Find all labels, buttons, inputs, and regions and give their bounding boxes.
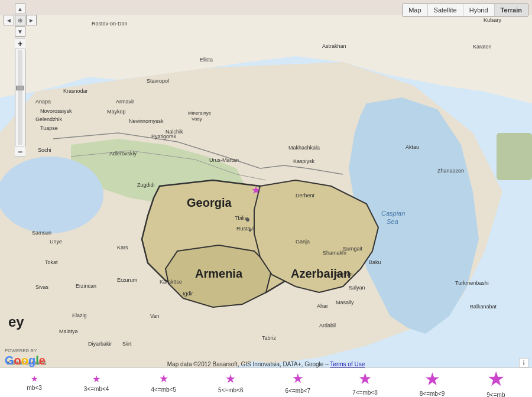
legend-label-7: 9<=mb	[486, 392, 505, 397]
svg-text:Diyarbakir: Diyarbakir	[88, 341, 112, 347]
legend-label-3: 5<=mb<6	[218, 387, 244, 393]
svg-text:Gelendzhik: Gelendzhik	[35, 116, 63, 122]
svg-text:Sivas: Sivas	[35, 284, 49, 290]
svg-text:Elazig: Elazig	[72, 313, 87, 318]
svg-text:Urus-Martan: Urus-Martan	[209, 157, 239, 163]
svg-text:Caspian: Caspian	[381, 210, 405, 217]
svg-text:Astrakhan: Astrakhan	[322, 43, 346, 49]
legend-star-4: ★	[292, 371, 304, 386]
svg-rect-2	[497, 133, 532, 180]
satellite-button[interactable]: Satellite	[428, 4, 463, 16]
legend-label-4: 6<=mb<7	[286, 388, 311, 394]
svg-text:Stavropol: Stavropol	[147, 78, 169, 84]
attribution-icon[interactable]: i	[519, 358, 528, 367]
svg-text:Unye: Unye	[50, 239, 62, 245]
svg-text:Tabriz: Tabriz	[262, 335, 277, 341]
pan-center-button[interactable]: ⊕	[15, 15, 25, 25]
svg-text:Kars: Kars	[117, 245, 128, 250]
svg-text:★: ★	[251, 184, 261, 196]
svg-text:Masally: Masally	[336, 300, 354, 305]
attribution-text: Map data ©2012 Basarsoft, GIS Innovatsia…	[167, 361, 330, 367]
svg-point-67	[246, 218, 249, 222]
svg-text:Karaköse: Karaköse	[160, 279, 182, 285]
legend-item-3: ★ 5<=mb<6	[218, 372, 244, 393]
svg-text:ey: ey	[8, 314, 24, 330]
svg-text:Maykop: Maykop	[107, 109, 126, 115]
legend-star-7: ★	[487, 367, 505, 391]
svg-text:Malatya: Malatya	[59, 328, 78, 334]
legend-item-4: ★ 6<=mb<7	[286, 371, 311, 394]
legend-item-0: ★ mb<3	[27, 374, 42, 391]
svg-text:Derbent: Derbent	[296, 193, 315, 198]
pan-down-button[interactable]: ▼	[15, 26, 25, 37]
legend-item-1: ★ 3<=mb<4	[84, 373, 109, 392]
zoom-thumb[interactable]	[16, 86, 24, 90]
svg-text:Balkanabat: Balkanabat	[470, 304, 497, 310]
svg-text:Zhanaozen: Zhanaozen	[437, 168, 464, 174]
svg-text:Sumgait: Sumgait	[343, 246, 363, 252]
svg-text:Erzurum: Erzurum	[117, 277, 137, 283]
svg-text:Kulsary: Kulsary	[484, 17, 502, 23]
pan-right-button[interactable]: ►	[26, 15, 37, 25]
legend-label-5: 7<=mb<8	[352, 389, 378, 396]
svg-text:Siirt: Siirt	[122, 341, 132, 347]
svg-text:Novorossiysk: Novorossiysk	[40, 108, 72, 114]
svg-text:Armenia: Armenia	[195, 267, 243, 280]
svg-text:Ahar: Ahar	[317, 303, 328, 309]
attribution: Map data ©2012 Basarsoft, GIS Innovatsia…	[167, 361, 365, 367]
svg-point-68	[249, 229, 251, 232]
hybrid-button[interactable]: Hybrid	[463, 4, 495, 16]
svg-text:Adlerovskiy: Adlerovskiy	[109, 151, 137, 157]
svg-text:Igdir: Igdir	[183, 291, 193, 297]
zoom-out-button[interactable]: −	[15, 146, 25, 157]
svg-text:Salyan: Salyan	[349, 285, 365, 291]
svg-text:Sea: Sea	[387, 218, 398, 225]
legend-label-1: 3<=mb<4	[84, 386, 109, 392]
google-logo: POWERED BY Google	[5, 348, 46, 367]
legend-item-2: ★ 4<=mb<5	[151, 372, 176, 393]
pan-left-button[interactable]: ◄	[4, 15, 14, 25]
google-text: Google	[5, 354, 46, 367]
map-background: Rostov-on-Don Krasnodar Anapa Novorossiy…	[0, 0, 532, 397]
legend: ★ mb<3 ★ 3<=mb<4 ★ 4<=mb<5 ★ 5<=mb<6 ★ 6…	[0, 367, 532, 397]
svg-text:Van: Van	[150, 313, 159, 319]
legend-star-1: ★	[92, 373, 100, 385]
svg-text:Azerbaijan: Azerbaijan	[291, 267, 351, 280]
map-button[interactable]: Map	[403, 4, 427, 16]
zoom-controls: ▲ ◄ ⊕ ► ▼ + −	[4, 4, 37, 157]
legend-star-0: ★	[31, 374, 38, 383]
powered-by-text: POWERED BY	[5, 348, 37, 353]
svg-text:Zugdidi: Zugdidi	[137, 182, 155, 188]
svg-text:Nalchik: Nalchik	[166, 129, 183, 135]
map-container: Rostov-on-Don Krasnodar Anapa Novorossiy…	[0, 0, 532, 397]
legend-label-6: 8<=mb<9	[420, 391, 445, 397]
svg-text:Elista: Elista	[200, 57, 213, 63]
terms-of-use-link[interactable]: Terms of Use	[330, 361, 365, 367]
zoom-in-button[interactable]: +	[15, 38, 25, 49]
terrain-button[interactable]: Terrain	[495, 4, 528, 16]
svg-text:Samsun: Samsun	[32, 230, 51, 236]
legend-star-5: ★	[358, 370, 372, 388]
svg-text:Vody: Vody	[192, 116, 202, 122]
svg-text:Ardabil: Ardabil	[319, 323, 336, 328]
svg-text:Karaton: Karaton	[473, 44, 492, 50]
legend-item-5: ★ 7<=mb<8	[352, 370, 378, 396]
legend-label-0: mb<3	[27, 385, 42, 391]
svg-text:Rostov-on-Don: Rostov-on-Don	[92, 21, 128, 27]
legend-label-2: 4<=mb<5	[151, 386, 176, 393]
svg-text:Mineralnye: Mineralnye	[188, 110, 212, 116]
pan-controls: ▲ ◄ ⊕ ► ▼	[4, 4, 37, 37]
zoom-slider[interactable]: + −	[15, 38, 25, 157]
svg-text:Tokat: Tokat	[45, 259, 58, 265]
legend-item-6: ★ 8<=mb<9	[420, 369, 445, 397]
svg-text:Baku: Baku	[369, 259, 381, 265]
legend-star-6: ★	[424, 369, 440, 389]
svg-point-3	[0, 157, 103, 233]
legend-star-3: ★	[225, 372, 236, 386]
zoom-track[interactable]	[18, 50, 22, 145]
pan-up-button[interactable]: ▲	[15, 4, 25, 14]
svg-text:Turkmenbashi: Turkmenbashi	[455, 280, 489, 286]
svg-text:Kaspiysk: Kaspiysk	[293, 158, 315, 164]
svg-text:Sochi: Sochi	[38, 147, 51, 153]
svg-text:Rustavi: Rustavi	[236, 226, 254, 232]
